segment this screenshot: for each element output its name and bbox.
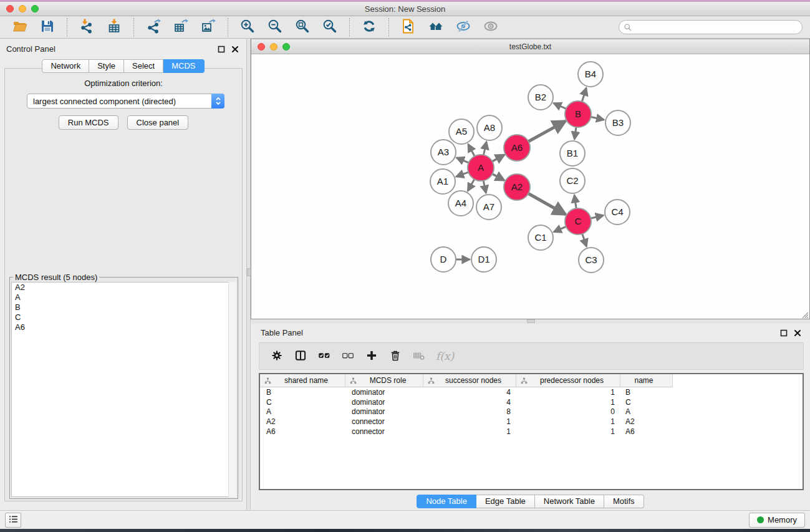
maximize-window-button[interactable] — [31, 5, 39, 12]
toolbar-separator — [388, 18, 389, 37]
vertical-split-divider[interactable] — [246, 39, 251, 510]
zoom-out-button[interactable] — [266, 19, 284, 36]
control-panel: Control Panel NetworkStyleSelectMCDS Opt… — [0, 39, 246, 510]
mcds-result-list[interactable]: A2ABCA6 — [11, 282, 236, 497]
close-panel-icon[interactable] — [231, 46, 239, 53]
zoom-in-button[interactable] — [239, 19, 256, 36]
svg-text:A8: A8 — [484, 122, 495, 133]
network-maximize-button[interactable] — [282, 43, 290, 51]
graph-node-A5[interactable]: A5 — [449, 119, 474, 144]
graph-node-A2[interactable]: A2 — [504, 174, 530, 200]
network-minimize-button[interactable] — [270, 43, 277, 51]
run-mcds-button[interactable]: Run MCDS — [59, 115, 118, 130]
column-header-predecessor-nodes[interactable]: predecessor nodes — [516, 374, 620, 387]
tab-select[interactable]: Select — [124, 59, 163, 73]
horizontal-divider-handle[interactable] — [527, 319, 535, 323]
graph-node-A4[interactable]: A4 — [448, 191, 473, 216]
graph-node-C2[interactable]: C2 — [560, 168, 585, 193]
horizontal-split-divider[interactable] — [251, 319, 810, 324]
graph-node-C3[interactable]: C3 — [579, 248, 604, 273]
first-neighbors-button[interactable] — [427, 19, 445, 36]
graph-node-B3[interactable]: B3 — [605, 110, 630, 135]
save-session-button[interactable] — [39, 19, 56, 36]
float-panel-icon[interactable] — [218, 46, 225, 53]
import-table-button[interactable] — [105, 19, 123, 36]
tab-node-table[interactable]: Node Table — [417, 495, 476, 508]
network-window-titlebar[interactable]: testGlobe.txt — [251, 39, 809, 54]
graph-node-A7[interactable]: A7 — [476, 195, 501, 220]
network-close-button[interactable] — [258, 43, 265, 51]
tab-network[interactable]: Network — [42, 59, 89, 73]
window-resize-grip[interactable] — [801, 310, 809, 318]
close-panel-button[interactable]: Close panel — [127, 115, 189, 130]
delete-row-button[interactable] — [388, 349, 403, 364]
table-row[interactable]: A2connector11A2 — [260, 417, 803, 427]
minimize-window-button[interactable] — [19, 5, 26, 12]
search-input[interactable] — [633, 22, 798, 33]
column-header-successor-nodes[interactable]: successor nodes — [423, 374, 516, 387]
column-header-shared-name[interactable]: shared name — [260, 374, 345, 387]
graph-node-B4[interactable]: B4 — [578, 62, 603, 87]
table-float-panel-icon[interactable] — [780, 329, 788, 337]
new-network-from-selection-button[interactable] — [400, 19, 417, 36]
table-row[interactable]: Bdominator41B — [260, 387, 803, 397]
tab-network-table[interactable]: Network Table — [535, 495, 604, 508]
export-table-button[interactable] — [172, 19, 190, 36]
first-neighbors-icon — [428, 19, 443, 36]
mcds-result-item[interactable]: A — [12, 293, 236, 302]
network-canvas[interactable]: B4B2BB3A8A5A6A3B1AC2A1A2A4A7C4CC1C3DD1 — [251, 54, 809, 319]
zoom-selected-icon — [322, 19, 337, 36]
criterion-select[interactable]: largest connected component (directed) — [27, 94, 224, 109]
memory-button[interactable]: Memory — [749, 513, 805, 528]
mcds-result-item[interactable]: A2 — [12, 283, 236, 293]
graph-node-A1[interactable]: A1 — [430, 169, 455, 194]
open-session-button[interactable] — [11, 19, 29, 36]
export-image-button[interactable] — [200, 19, 217, 36]
right-panel-stack: testGlobe.txt B4B2BB3A8A5A6A3B1AC2A1A2A4… — [251, 39, 810, 510]
graph-node-B[interactable]: B — [565, 101, 591, 127]
table-cell: dominator — [345, 398, 423, 407]
column-settings-button[interactable] — [269, 349, 284, 364]
export-network-button[interactable] — [145, 19, 162, 36]
tab-edge-table[interactable]: Edge Table — [476, 495, 535, 508]
split-view-button[interactable] — [293, 349, 308, 364]
mcds-result-item[interactable]: C — [12, 312, 236, 322]
tab-mcds[interactable]: MCDS — [163, 59, 204, 73]
add-row-button[interactable] — [364, 349, 379, 364]
task-history-button[interactable] — [5, 513, 21, 528]
graph-node-C[interactable]: C — [565, 208, 591, 235]
zoom-selected-button[interactable] — [321, 19, 339, 36]
graph-node-A6[interactable]: A6 — [504, 135, 530, 161]
select-all-checkboxes-button[interactable] — [317, 349, 332, 364]
column-header-mcds-role[interactable]: MCDS role — [345, 374, 423, 387]
close-window-button[interactable] — [6, 5, 14, 12]
refresh-layout-button[interactable] — [360, 19, 378, 36]
mcds-result-item[interactable]: B — [12, 302, 236, 312]
import-network-button[interactable] — [78, 19, 95, 36]
graph-node-A8[interactable]: A8 — [477, 115, 502, 140]
table-row[interactable]: Adominator80A — [260, 407, 803, 417]
mcds-result-item[interactable]: A6 — [12, 322, 236, 332]
graph-node-D1[interactable]: D1 — [471, 247, 496, 272]
tab-motifs[interactable]: Motifs — [604, 495, 644, 508]
table-row[interactable]: A6connector11A6 — [260, 427, 803, 437]
table-close-panel-icon[interactable] — [794, 329, 801, 337]
table-row[interactable]: Cdominator41C — [260, 397, 803, 407]
deselect-all-checkboxes-button[interactable] — [340, 349, 355, 364]
search-field[interactable] — [619, 20, 803, 34]
graph-node-B2[interactable]: B2 — [528, 85, 553, 110]
graph-node-B1[interactable]: B1 — [560, 141, 585, 166]
graph-node-A[interactable]: A — [468, 155, 494, 181]
column-header-name[interactable]: name — [620, 374, 673, 387]
graph-node-C4[interactable]: C4 — [605, 200, 630, 225]
graph-node-D[interactable]: D — [431, 247, 456, 272]
tab-style[interactable]: Style — [89, 59, 124, 73]
zoom-fit-button[interactable] — [294, 19, 311, 36]
graph-node-A3[interactable]: A3 — [431, 140, 456, 165]
svg-text:A2: A2 — [511, 181, 523, 192]
mcds-result-scrollbar[interactable] — [228, 282, 236, 497]
show-all-button[interactable] — [482, 19, 499, 36]
graph-node-C1[interactable]: C1 — [528, 225, 553, 250]
app-titlebar[interactable]: Session: New Session — [0, 2, 810, 16]
hide-selected-button[interactable] — [455, 19, 472, 36]
